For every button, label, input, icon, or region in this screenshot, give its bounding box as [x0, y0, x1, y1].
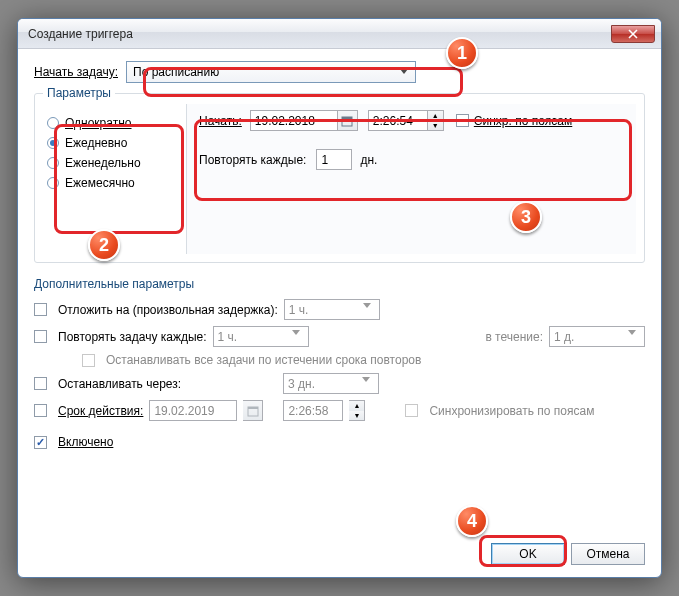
- repeat-days-input[interactable]: 1: [316, 149, 352, 170]
- radio-icon: [47, 117, 59, 129]
- stop-all-checkbox: [82, 354, 95, 367]
- duration-label: в течение:: [485, 330, 543, 344]
- params-legend: Параметры: [43, 86, 115, 100]
- calendar-icon: [247, 405, 259, 417]
- repeat-task-label: Повторять задачу каждые:: [58, 330, 207, 344]
- expire-label: Срок действия:: [58, 404, 143, 418]
- sync-timezone-label: Синхр. по поясам: [474, 114, 572, 128]
- params-fieldset: Параметры Однократно Ежедневно Еженедель…: [34, 93, 645, 263]
- radio-icon: [47, 137, 59, 149]
- chevron-down-icon: [363, 303, 377, 317]
- close-button[interactable]: [611, 25, 655, 43]
- stop-after-checkbox[interactable]: [34, 377, 47, 390]
- callout-3: 3: [510, 201, 542, 233]
- cancel-button[interactable]: Отмена: [571, 543, 645, 565]
- repeat-task-combo[interactable]: 1 ч.: [213, 326, 309, 347]
- duration-combo[interactable]: 1 д.: [549, 326, 645, 347]
- start-time-input[interactable]: 2:26:54: [368, 110, 428, 131]
- schedule-panel: Начать: 19.02.2018 2:26:54 ▲▼ Синхр. по …: [186, 104, 636, 254]
- expire-sync-label: Синхронизировать по поясам: [429, 404, 594, 418]
- radio-icon: [47, 157, 59, 169]
- chevron-down-icon: [362, 377, 376, 391]
- begin-task-combo[interactable]: По расписанию: [126, 61, 416, 83]
- dialog-footer: OK Отмена: [491, 543, 645, 565]
- delay-combo[interactable]: 1 ч.: [284, 299, 380, 320]
- expire-time-spinner[interactable]: ▲▼: [349, 400, 365, 421]
- callout-1: 1: [446, 37, 478, 69]
- window-title: Создание триггера: [28, 27, 133, 41]
- callout-2: 2: [88, 229, 120, 261]
- time-spinner[interactable]: ▲▼: [428, 110, 444, 131]
- radio-icon: [47, 177, 59, 189]
- chevron-down-icon: [292, 330, 306, 344]
- expire-time-input[interactable]: 2:26:58: [283, 400, 343, 421]
- stop-after-combo[interactable]: 3 дн.: [283, 373, 379, 394]
- expire-date-input[interactable]: 19.02.2019: [149, 400, 237, 421]
- svg-rect-3: [248, 407, 258, 409]
- sync-timezone-checkbox[interactable]: [456, 114, 469, 127]
- chevron-down-icon: ▼: [428, 121, 443, 131]
- begin-task-label: Начать задачу:: [34, 65, 118, 79]
- radio-weekly[interactable]: Еженедельно: [47, 156, 174, 170]
- enabled-label: Включено: [58, 435, 113, 449]
- advanced-legend: Дополнительные параметры: [34, 277, 645, 291]
- repeat-task-checkbox[interactable]: [34, 330, 47, 343]
- radio-once[interactable]: Однократно: [47, 116, 174, 130]
- chevron-down-icon: [628, 330, 642, 344]
- chevron-up-icon: ▲: [428, 111, 443, 121]
- repeat-unit-label: дн.: [360, 153, 377, 167]
- stop-all-label: Останавливать все задачи по истечении ср…: [106, 353, 421, 367]
- delay-checkbox[interactable]: [34, 303, 47, 316]
- stop-after-label: Останавливать через:: [58, 377, 181, 391]
- expire-sync-checkbox: [405, 404, 418, 417]
- start-date-input[interactable]: 19.02.2018: [250, 110, 338, 131]
- radio-monthly[interactable]: Ежемесячно: [47, 176, 174, 190]
- delay-label: Отложить на (произвольная задержка):: [58, 303, 278, 317]
- titlebar: Создание триггера: [18, 19, 661, 49]
- repeat-every-label: Повторять каждые:: [199, 153, 306, 167]
- callout-4: 4: [456, 505, 488, 537]
- radio-daily[interactable]: Ежедневно: [47, 136, 174, 150]
- calendar-icon: [341, 115, 353, 127]
- date-picker-button[interactable]: [338, 110, 358, 131]
- start-label: Начать:: [199, 114, 242, 128]
- ok-button[interactable]: OK: [491, 543, 565, 565]
- chevron-up-icon: ▲: [349, 401, 364, 411]
- begin-task-value: По расписанию: [133, 65, 219, 79]
- chevron-down-icon: ▼: [349, 411, 364, 421]
- create-trigger-dialog: Создание триггера Начать задачу: По расп…: [17, 18, 662, 578]
- expire-date-picker[interactable]: [243, 400, 263, 421]
- enabled-checkbox[interactable]: [34, 436, 47, 449]
- svg-rect-1: [342, 117, 352, 119]
- close-icon: [628, 29, 638, 39]
- expire-checkbox[interactable]: [34, 404, 47, 417]
- chevron-down-icon: [397, 65, 411, 79]
